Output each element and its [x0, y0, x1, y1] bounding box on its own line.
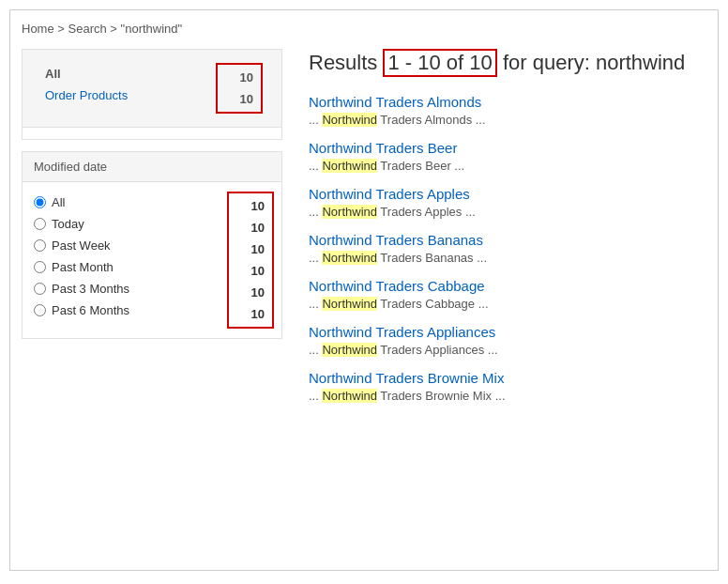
- results-range: 1 - 10 of 10: [383, 49, 496, 77]
- date-filter-option[interactable]: Past Month: [34, 256, 216, 278]
- right-panel: Results 1 - 10 of 10 for query: northwin…: [294, 49, 706, 416]
- result-item: Northwind Traders Cabbage... Northwind T…: [309, 278, 706, 311]
- result-highlight: Northwind: [322, 343, 377, 357]
- breadcrumb-home[interactable]: Home: [22, 22, 54, 36]
- record-type-header: AllOrder Products1010: [23, 50, 281, 128]
- breadcrumb: Home > Search > "northwind": [22, 22, 706, 36]
- record-type-filter: AllOrder Products1010: [22, 49, 282, 140]
- result-item: Northwind Traders Almonds... Northwind T…: [309, 94, 706, 127]
- modified-date-header: Modified date: [23, 152, 281, 182]
- date-radio-past-3-months[interactable]: [34, 283, 46, 295]
- date-counts-box: 101010101010: [227, 192, 274, 329]
- date-radio-today[interactable]: [34, 218, 46, 230]
- result-snippet: ... Northwind Traders Brownie Mix ...: [309, 389, 706, 403]
- result-snippet: ... Northwind Traders Apples ...: [309, 205, 706, 219]
- record-type-order-products[interactable]: Order Products: [45, 85, 205, 106]
- date-filter-option[interactable]: Past 6 Months: [34, 300, 216, 321]
- result-title[interactable]: Northwind Traders Apples: [309, 186, 706, 202]
- date-radio-past-week[interactable]: [34, 239, 46, 252]
- modified-date-filter: Modified date AllTodayPast WeekPast Mont…: [22, 151, 282, 339]
- result-snippet: ... Northwind Traders Beer ...: [309, 159, 706, 173]
- result-title[interactable]: Northwind Traders Beer: [309, 140, 706, 156]
- result-title[interactable]: Northwind Traders Bananas: [309, 232, 706, 248]
- result-snippet: ... Northwind Traders Almonds ...: [309, 113, 706, 127]
- results-heading: Results 1 - 10 of 10 for query: northwin…: [309, 49, 706, 77]
- result-item: Northwind Traders Apples... Northwind Tr…: [309, 186, 706, 219]
- record-type-counts-box: 1010: [216, 63, 263, 114]
- date-filter-option[interactable]: Past 3 Months: [34, 278, 216, 300]
- result-highlight: Northwind: [322, 297, 377, 311]
- result-item: Northwind Traders Bananas... Northwind T…: [309, 232, 706, 265]
- results-list: Northwind Traders Almonds... Northwind T…: [309, 94, 706, 403]
- result-item: Northwind Traders Appliances... Northwin…: [309, 324, 706, 357]
- result-title[interactable]: Northwind Traders Almonds: [309, 94, 706, 110]
- date-radio-past-6-months[interactable]: [34, 304, 46, 316]
- left-panel: AllOrder Products1010 Modified date AllT…: [22, 49, 294, 416]
- date-radio-past-month[interactable]: [34, 261, 46, 273]
- result-snippet: ... Northwind Traders Bananas ...: [309, 251, 706, 265]
- date-radio-all[interactable]: [34, 196, 46, 208]
- result-highlight: Northwind: [322, 251, 377, 265]
- result-snippet: ... Northwind Traders Cabbage ...: [309, 297, 706, 311]
- result-highlight: Northwind: [322, 159, 377, 173]
- breadcrumb-search[interactable]: Search: [68, 22, 107, 36]
- result-snippet: ... Northwind Traders Appliances ...: [309, 343, 706, 357]
- result-item: Northwind Traders Beer... Northwind Trad…: [309, 140, 706, 173]
- result-highlight: Northwind: [322, 389, 377, 403]
- result-title[interactable]: Northwind Traders Cabbage: [309, 278, 706, 294]
- result-title[interactable]: Northwind Traders Brownie Mix: [309, 370, 706, 386]
- result-highlight: Northwind: [322, 113, 377, 127]
- date-filter-option[interactable]: Past Week: [34, 235, 216, 256]
- date-filter-option[interactable]: Today: [34, 213, 216, 235]
- result-highlight: Northwind: [322, 205, 377, 219]
- result-title[interactable]: Northwind Traders Appliances: [309, 324, 706, 340]
- result-item: Northwind Traders Brownie Mix... Northwi…: [309, 370, 706, 403]
- breadcrumb-query: "northwind": [121, 22, 183, 36]
- date-filter-option[interactable]: All: [34, 192, 216, 213]
